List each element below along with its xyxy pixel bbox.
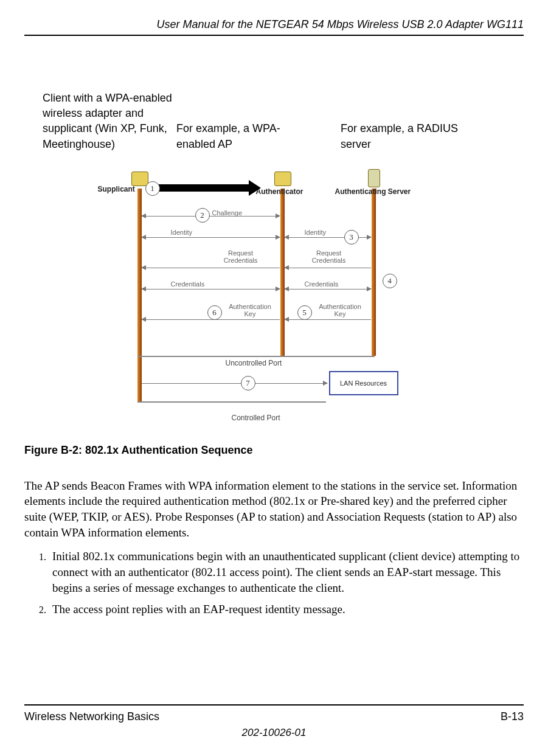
arrow-authkey-l [142, 319, 280, 320]
label-reqcred-l: Request Credentials [220, 249, 262, 264]
label-identity-r: Identity [305, 229, 326, 236]
step-item-1: Initial 802.1x communications begin with… [49, 549, 524, 595]
page-footer: Wireless Networking Basics B-13 202-1002… [24, 704, 524, 739]
label-authkey-l: Authentication Key [224, 303, 276, 317]
intro-paragraph: The AP sends Beacon Frames with WPA info… [24, 478, 524, 541]
footer-doc-number: 202-10026-01 [24, 727, 524, 739]
arrow-to-lan [142, 383, 327, 384]
annotation-server: For example, a RADIUS server [341, 91, 462, 152]
label-reqcred-r: Request Credentials [308, 249, 350, 264]
role-server-label: Authenticating Server [335, 187, 411, 196]
arrow-cred-r [285, 289, 371, 290]
step-4: 4 [383, 274, 397, 288]
step-7: 7 [241, 376, 255, 390]
label-cred-r: Credentials [305, 280, 339, 288]
arrow-reqcred-r [285, 268, 371, 268]
controlled-port-label: Controlled Port [232, 414, 280, 422]
arrow-reqcred-l [142, 268, 280, 268]
role-authenticator-label: Authenticator [256, 187, 303, 196]
arrow-challenge [142, 216, 280, 217]
label-identity-l: Identity [171, 229, 192, 236]
lifeline-authenticator [280, 189, 285, 356]
diagram-annotations: Client with a WPA-enabled wireless adapt… [24, 91, 524, 152]
label-cred-l: Credentials [171, 280, 205, 288]
running-header: User Manual for the NETGEAR 54 Mbps Wire… [24, 0, 524, 36]
lifeline-server [372, 189, 376, 356]
auth-sequence-diagram: Supplicant Authenticator Authenticating … [104, 170, 445, 426]
controlled-port-line [137, 401, 326, 403]
step-item-2: The access point replies with an EAP-req… [49, 602, 524, 617]
arrow-authkey-r [285, 319, 371, 320]
step-5: 5 [297, 305, 312, 320]
figure-caption: Figure B-2: 802.1x Authentication Sequen… [24, 444, 524, 457]
numbered-steps: Initial 802.1x communications begin with… [24, 549, 524, 617]
lifeline-supplicant [137, 189, 142, 401]
ap-icon [274, 172, 291, 186]
server-icon [368, 169, 380, 187]
pc-icon [131, 172, 148, 186]
initiate-arrow [159, 184, 250, 192]
step-1: 1 [145, 181, 160, 196]
arrow-cred-l [142, 289, 280, 290]
label-authkey-r: Authentication Key [314, 303, 366, 317]
footer-page-number: B-13 [501, 710, 524, 723]
annotation-supplicant: Client with a WPA-enabled wireless adapt… [43, 91, 176, 152]
step-3: 3 [344, 230, 359, 244]
role-supplicant-label: Supplicant [98, 185, 135, 193]
uncontrolled-port-label: Uncontrolled Port [226, 359, 282, 367]
uncontrolled-port-line [137, 356, 375, 357]
step-6: 6 [207, 305, 222, 320]
arrow-identity-l [142, 237, 280, 238]
step-2: 2 [195, 208, 210, 223]
label-challenge: Challenge [212, 209, 243, 217]
page: User Manual for the NETGEAR 54 Mbps Wire… [0, 0, 548, 756]
footer-section: Wireless Networking Basics [24, 710, 159, 723]
annotation-authenticator: For example, a WPA-enabled AP [176, 91, 298, 152]
lan-resources-box: LAN Resources [329, 371, 398, 395]
